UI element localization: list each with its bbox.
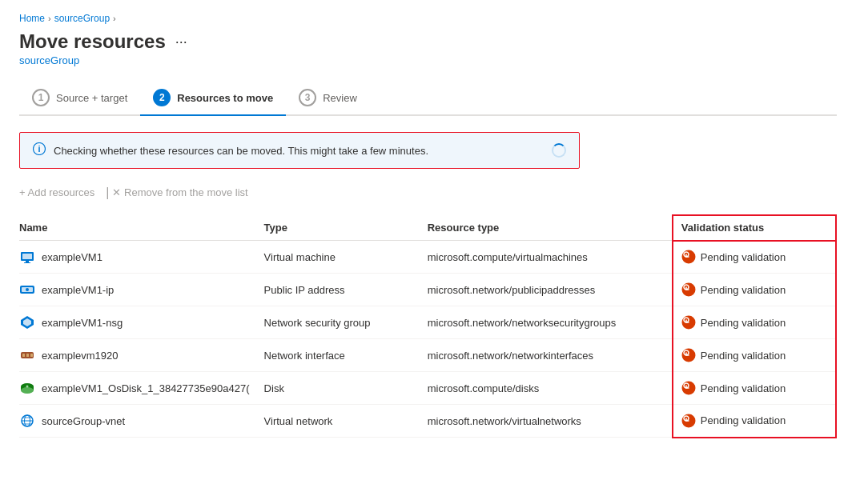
resource-name[interactable]: sourceGroup-vnet: [42, 415, 125, 427]
step-source-target[interactable]: 1 Source + target: [19, 82, 140, 114]
svg-rect-3: [22, 254, 32, 259]
banner-text: Checking whether these resources can be …: [54, 145, 544, 157]
table-row: sourceGroup-vnet Virtual network microso…: [19, 405, 836, 438]
pending-validation-icon: [681, 381, 696, 395]
resource-type-cell: Network interface: [264, 339, 428, 372]
resource-restype-cell: microsoft.compute/virtualmachines: [428, 241, 673, 274]
vm-icon: [19, 249, 35, 265]
toolbar-separator: |: [106, 186, 109, 200]
validation-label: Pending validation: [701, 317, 786, 329]
step-resources-to-move[interactable]: 2 Resources to move: [140, 82, 286, 116]
resource-name[interactable]: exampleVM1: [42, 251, 102, 263]
resource-name[interactable]: exampleVM1-nsg: [42, 317, 123, 329]
breadcrumb-group[interactable]: sourceGroup: [54, 13, 110, 24]
table-row: exampleVM1 Virtual machine microsoft.com…: [19, 241, 836, 274]
validation-status-cell: Pending validation: [673, 405, 836, 438]
validation-status-cell: Pending validation: [673, 372, 836, 405]
svg-point-22: [26, 386, 29, 388]
info-banner: i Checking whether these resources can b…: [19, 132, 580, 169]
table-row: exampleVM1-nsg Network security group mi…: [19, 306, 836, 339]
resource-restype-cell: microsoft.network/publicipaddresses: [428, 274, 673, 306]
step2-circle: 2: [153, 89, 171, 106]
step1-circle: 1: [32, 89, 50, 106]
resource-name[interactable]: exampleVM1_OsDisk_1_38427735e90a427(: [42, 382, 249, 394]
steps-row: 1 Source + target 2 Resources to move 3 …: [19, 82, 837, 116]
validation-label: Pending validation: [701, 284, 786, 296]
resource-name-cell: exampleVM1-ip: [19, 274, 264, 306]
page-title: Move resources: [19, 30, 166, 53]
svg-point-9: [26, 288, 29, 291]
step-review[interactable]: 3 Review: [286, 82, 370, 114]
resource-restype-cell: microsoft.compute/disks: [428, 372, 673, 405]
validation-label: Pending validation: [701, 414, 786, 426]
validation-label: Pending validation: [701, 350, 786, 362]
nic-icon: [19, 347, 35, 363]
more-options-button[interactable]: ···: [172, 32, 191, 52]
col-header-restype: Resource type: [428, 215, 673, 241]
svg-rect-5: [24, 262, 30, 263]
info-icon: i: [33, 142, 46, 158]
remove-from-list-button[interactable]: ✕ Remove from the move list: [112, 183, 255, 202]
add-resources-button[interactable]: + Add resources: [19, 183, 102, 202]
pending-validation-icon: [681, 414, 696, 428]
step3-label: Review: [323, 92, 357, 104]
svg-rect-4: [26, 261, 29, 262]
resources-table: Name Type Resource type Validation statu…: [19, 214, 837, 438]
resource-restype-cell: microsoft.network/virtualnetworks: [428, 405, 673, 438]
step2-label: Resources to move: [177, 92, 273, 104]
resource-restype-cell: microsoft.network/networkinterfaces: [428, 339, 673, 372]
resource-type-cell: Virtual network: [264, 405, 428, 438]
ip-icon: [19, 282, 35, 298]
validation-label: Pending validation: [701, 251, 786, 263]
resource-name-cell: sourceGroup-vnet: [19, 405, 264, 438]
table-row: exampleVM1_OsDisk_1_38427735e90a427( Dis…: [19, 372, 836, 405]
resource-name-cell: exampleVM1: [19, 241, 264, 274]
validation-status-cell: Pending validation: [673, 241, 836, 274]
validation-status-cell: Pending validation: [673, 339, 836, 372]
page-title-row: Move resources ···: [19, 30, 837, 53]
svg-rect-16: [26, 354, 29, 357]
resource-name-cell: examplevm1920: [19, 339, 264, 372]
validation-label: Pending validation: [701, 382, 786, 394]
breadcrumb-home[interactable]: Home: [19, 13, 45, 24]
resource-type-cell: Disk: [264, 372, 428, 405]
resource-name-cell: exampleVM1-nsg: [19, 306, 264, 339]
vnet-icon: [19, 413, 35, 429]
toolbar: + Add resources | ✕ Remove from the move…: [19, 183, 837, 202]
resource-type-cell: Network security group: [264, 306, 428, 339]
resource-name-cell: exampleVM1_OsDisk_1_38427735e90a427(: [19, 372, 264, 405]
resource-restype-cell: microsoft.network/networksecuritygroups: [428, 306, 673, 339]
nsg-icon: [19, 314, 35, 330]
svg-rect-17: [30, 354, 33, 357]
breadcrumb-sep1: ›: [48, 14, 51, 23]
disk-icon: [19, 380, 35, 396]
step3-circle: 3: [299, 89, 316, 106]
step1-label: Source + target: [56, 92, 127, 104]
table-row: exampleVM1-ip Public IP address microsof…: [19, 274, 836, 306]
svg-text:i: i: [38, 144, 40, 154]
resource-name[interactable]: examplevm1920: [42, 350, 118, 362]
pending-validation-icon: [681, 250, 696, 264]
resource-name[interactable]: exampleVM1-ip: [42, 284, 114, 296]
col-header-validation: Validation status: [673, 215, 836, 241]
col-header-type: Type: [264, 215, 428, 241]
validation-status-cell: Pending validation: [673, 274, 836, 306]
page-subtitle[interactable]: sourceGroup: [19, 54, 837, 66]
resource-type-cell: Virtual machine: [264, 241, 428, 274]
breadcrumb-sep2: ›: [113, 14, 116, 23]
pending-validation-icon: [681, 282, 696, 297]
pending-validation-icon: [681, 348, 696, 362]
pending-validation-icon: [681, 315, 696, 330]
loading-spinner: [552, 143, 566, 158]
resource-type-cell: Public IP address: [264, 274, 428, 306]
table-row: examplevm1920 Network interface microsof…: [19, 339, 836, 372]
col-header-name: Name: [19, 215, 264, 241]
svg-point-21: [21, 387, 34, 394]
breadcrumb: Home › sourceGroup ›: [19, 13, 837, 24]
validation-status-cell: Pending validation: [673, 306, 836, 339]
add-resources-label: + Add resources: [19, 186, 94, 198]
svg-rect-15: [22, 354, 25, 357]
remove-from-list-label: ✕ Remove from the move list: [112, 186, 247, 198]
